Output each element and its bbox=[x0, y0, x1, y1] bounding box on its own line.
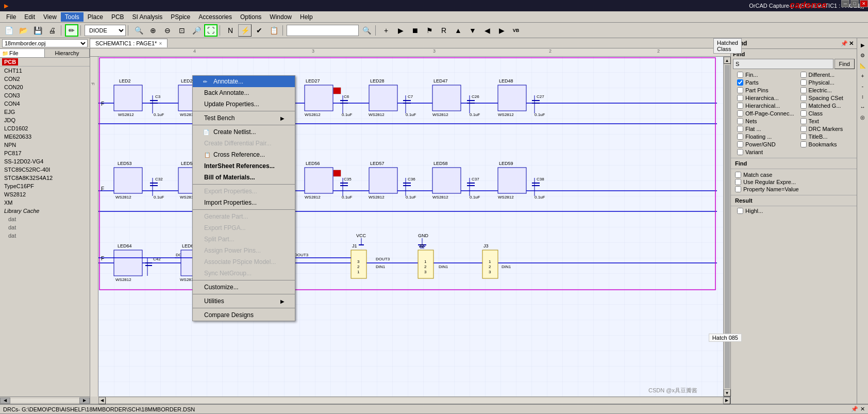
v-scroll-down-btn[interactable]: ▼ bbox=[724, 389, 731, 396]
zoom-area-btn[interactable]: 🔎 bbox=[190, 24, 203, 37]
strip-btn-6[interactable]: ↕ bbox=[858, 92, 867, 101]
tree-item-lcd1602[interactable]: LCD1602 bbox=[0, 124, 90, 133]
menu-pcb[interactable]: PCB bbox=[107, 12, 128, 22]
tree-item-library-cache[interactable]: Library Cache bbox=[0, 207, 90, 215]
prop-name-checkbox[interactable] bbox=[735, 186, 741, 192]
variant-checkbox[interactable] bbox=[737, 149, 743, 155]
bookmarks-checkbox[interactable] bbox=[800, 141, 807, 147]
ctx-intersheet-refs[interactable]: InterSheet References... bbox=[193, 160, 295, 172]
zoom-all-btn[interactable]: ⛶ bbox=[204, 24, 218, 37]
minimize-btn[interactable]: ─ bbox=[841, 0, 849, 7]
open-btn[interactable]: 📂 bbox=[16, 24, 30, 37]
tb-vb-btn[interactable]: VB bbox=[509, 24, 523, 37]
ctx-create-diff-pair[interactable]: Create Differential Pair... bbox=[193, 138, 295, 149]
highl-checkbox[interactable] bbox=[737, 208, 743, 214]
matched-g-checkbox[interactable] bbox=[800, 103, 807, 109]
bottom-close-icon[interactable]: ✕ bbox=[860, 406, 865, 412]
fin-checkbox[interactable] bbox=[737, 72, 743, 78]
find-pin-icon[interactable]: 📌 bbox=[841, 40, 848, 47]
ctx-import-props[interactable]: Import Properties... bbox=[193, 197, 295, 208]
tree-item-stc8a8[interactable]: STC8A8K32S4A12 bbox=[0, 174, 90, 182]
ctx-export-props[interactable]: Export Properties... bbox=[193, 186, 295, 197]
tree-item-dat3[interactable]: dat bbox=[0, 231, 90, 240]
text-checkbox[interactable] bbox=[800, 118, 807, 124]
h-scroll-left-btn[interactable]: ◀ bbox=[98, 397, 106, 404]
ctx-customize[interactable]: Customize... bbox=[193, 281, 295, 293]
zoom-in-btn[interactable]: 🔍 bbox=[132, 24, 145, 37]
h-scrollbar[interactable]: ◀ ▶ bbox=[98, 396, 730, 404]
strip-btn-1[interactable]: ▶ bbox=[858, 40, 867, 49]
ctx-associate-pspice[interactable]: Associate PSpice Model... bbox=[193, 256, 295, 268]
toolbar-search[interactable] bbox=[287, 25, 359, 36]
h-scroll-right-btn[interactable]: ▶ bbox=[723, 397, 730, 404]
strip-btn-5[interactable]: - bbox=[858, 81, 867, 91]
tree-item-con4[interactable]: CON4 bbox=[0, 100, 90, 108]
off-page-checkbox[interactable] bbox=[737, 110, 743, 117]
floating-checkbox[interactable] bbox=[737, 134, 743, 140]
tree-item-ws2812[interactable]: WS2812 bbox=[0, 190, 90, 198]
back-anno-btn[interactable]: N bbox=[224, 24, 237, 37]
tb-r2-btn[interactable]: ▲ bbox=[452, 24, 465, 37]
ctx-generate-part[interactable]: Generate Part... bbox=[193, 211, 295, 222]
zoom-fit-btn[interactable]: ⊡ bbox=[175, 24, 189, 37]
ctx-sync-netgroup[interactable]: Sync NetGroup... bbox=[193, 268, 295, 279]
h-scroll-thumb[interactable] bbox=[107, 398, 722, 403]
menu-file[interactable]: File bbox=[2, 12, 20, 22]
tree-item-npn[interactable]: NPN bbox=[0, 141, 90, 149]
ctx-bom[interactable]: Bill of Materials... bbox=[193, 172, 295, 183]
nets-checkbox[interactable] bbox=[737, 118, 743, 124]
match-case-checkbox[interactable] bbox=[735, 172, 741, 178]
strip-btn-4[interactable]: + bbox=[858, 71, 867, 80]
tb-add-btn[interactable]: + bbox=[379, 24, 393, 37]
menu-view[interactable]: View bbox=[39, 12, 61, 22]
menu-window[interactable]: Window bbox=[265, 12, 296, 22]
v-scrollbar[interactable]: ▲ ▼ bbox=[723, 57, 730, 396]
drc-btn[interactable]: ✔ bbox=[253, 24, 266, 37]
zoom-out-btn[interactable]: ⊖ bbox=[161, 24, 174, 37]
ctx-back-annotate[interactable]: Back Annotate... bbox=[193, 87, 295, 98]
physical-checkbox[interactable] bbox=[800, 79, 807, 86]
annotate-btn[interactable]: ✏ bbox=[65, 24, 78, 37]
ctx-annotate[interactable]: ✏ Annotate... bbox=[193, 76, 295, 87]
tree-item-pc817[interactable]: PC817 bbox=[0, 149, 90, 157]
tree-item-stc89[interactable]: STC89C52RC-40I bbox=[0, 165, 90, 174]
menu-accessories[interactable]: Accessories bbox=[194, 12, 236, 22]
close-btn[interactable]: ✕ bbox=[860, 0, 868, 7]
class-checkbox[interactable] bbox=[800, 110, 807, 117]
ctx-export-fpga[interactable]: Export FPGA... bbox=[193, 222, 295, 234]
left-panel-scrollbar[interactable]: ◀ ▶ bbox=[0, 396, 90, 404]
tree-item-con2[interactable]: CON2 bbox=[0, 75, 90, 83]
schematic-canvas[interactable]: LED2 WS2812 C3 0.1uF LED25 WS2812 bbox=[98, 57, 723, 396]
tab-hierarchy[interactable]: Hierarchy bbox=[45, 49, 90, 57]
ctx-assign-power-pins[interactable]: Assign Power Pins... bbox=[193, 245, 295, 256]
parts-checkbox[interactable] bbox=[737, 79, 743, 86]
schematic-tab[interactable]: SCHEMATIC1 : PAGE1* × bbox=[90, 39, 168, 47]
tree-item-me620633[interactable]: ME620633 bbox=[0, 133, 90, 141]
tb-search-btn[interactable]: 🔍 bbox=[360, 24, 373, 37]
find-button[interactable]: Find bbox=[834, 59, 855, 69]
project-dropdown[interactable]: 18mmborder.opj bbox=[2, 39, 88, 47]
tb-r1-btn[interactable]: R bbox=[437, 24, 450, 37]
hier1-checkbox[interactable] bbox=[737, 95, 743, 101]
bottom-pin-icon[interactable]: 📌 bbox=[851, 406, 858, 412]
different-checkbox[interactable] bbox=[800, 72, 807, 78]
bom-btn[interactable]: 📋 bbox=[267, 24, 280, 37]
save-btn[interactable]: 💾 bbox=[31, 24, 44, 37]
tab-file[interactable]: 📁 File bbox=[0, 49, 45, 57]
ctx-utilities[interactable]: Utilities bbox=[193, 295, 295, 307]
strip-btn-2[interactable]: ⚙ bbox=[858, 51, 867, 60]
tree-item-jdq[interactable]: JDQ bbox=[0, 116, 90, 124]
menu-pspice[interactable]: PSpice bbox=[166, 12, 194, 22]
regex-checkbox[interactable] bbox=[735, 179, 741, 185]
print-btn[interactable]: 🖨 bbox=[45, 24, 59, 37]
electric-checkbox[interactable] bbox=[800, 87, 807, 93]
strip-btn-7[interactable]: ↔ bbox=[858, 102, 867, 111]
ctx-create-netlist[interactable]: 📄 Create Netlist... bbox=[193, 126, 295, 138]
v-scroll-up-btn[interactable]: ▲ bbox=[724, 57, 731, 64]
spacing-cset-checkbox[interactable] bbox=[800, 95, 807, 101]
tb-play-btn[interactable]: ▶ bbox=[394, 24, 407, 37]
menu-tools[interactable]: Tools bbox=[61, 12, 84, 22]
tree-item-dat2[interactable]: dat bbox=[0, 223, 90, 231]
ctx-split-part[interactable]: Split Part... bbox=[193, 234, 295, 245]
tb-r5-btn[interactable]: ▶ bbox=[495, 24, 508, 37]
